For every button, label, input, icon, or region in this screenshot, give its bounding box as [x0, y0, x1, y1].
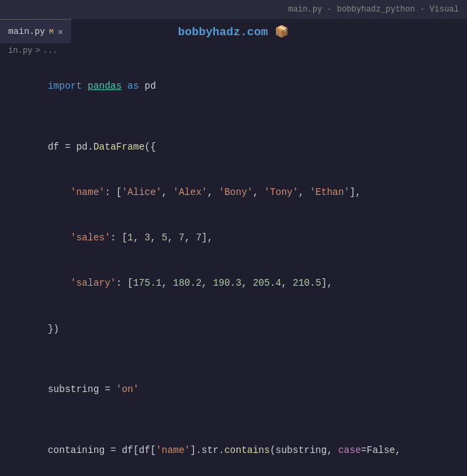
editor-tab[interactable]: main.py M ✕: [0, 19, 71, 43]
code-line-blank1: [11, 109, 467, 124]
code-line-name: 'name': ['Alice', 'Alex', 'Bony', 'Tony'…: [11, 170, 467, 215]
title-text: main.py - bobbyhadz_python - Visual: [288, 5, 459, 14]
code-line-blank2: [11, 351, 467, 366]
breadcrumb-file: in.py: [8, 46, 33, 56]
code-line-sales: 'sales': [1, 3, 5, 7, 7],: [11, 215, 467, 261]
editor-area: import pandas as pd df = pd.DataFrame({ …: [0, 58, 467, 476]
code-line-blank3: [11, 412, 467, 427]
breadcrumb-dots: ...: [43, 46, 58, 56]
breadcrumb: in.py > ...: [0, 43, 467, 58]
watermark: bobbyhadz.com 📦: [178, 24, 289, 39]
code-line-substring: substring = 'on': [11, 367, 467, 412]
code-line-close: }): [11, 306, 467, 351]
tab-close-icon[interactable]: ✕: [58, 26, 63, 37]
tab-bar: main.py M ✕ bobbyhadz.com 📦: [0, 19, 467, 43]
title-bar: main.py - bobbyhadz_python - Visual: [0, 0, 467, 19]
breadcrumb-sep: >: [35, 46, 40, 56]
code-line-salary: 'salary': [175.1, 180.2, 190.3, 205.4, 2…: [11, 261, 467, 306]
code-line-df: df = pd.DataFrame({: [11, 125, 467, 170]
watermark-text: bobbyhadz.com 📦: [178, 26, 289, 39]
tab-modified-badge: M: [49, 28, 54, 36]
tab-filename: main.py: [8, 26, 45, 37]
code-line-containing2: regex=False)]: [11, 473, 467, 476]
code-line-import: import pandas as pd: [11, 64, 467, 109]
code-line-containing1: containing = df[df['name'].str.contains(…: [11, 427, 467, 473]
